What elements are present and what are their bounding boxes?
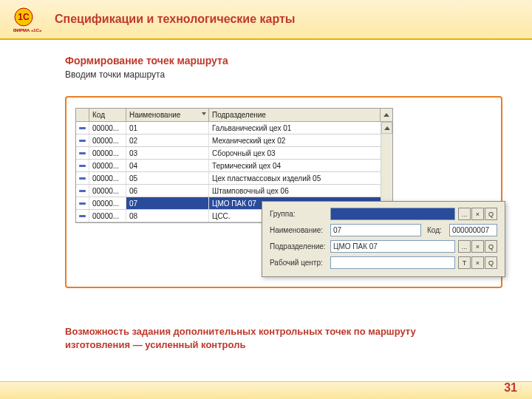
cell-code: 00000...: [89, 134, 126, 146]
input-name[interactable]: 07: [330, 224, 421, 236]
cell-dept: Механический цех 02: [209, 134, 392, 146]
row-handle-icon: [76, 210, 89, 222]
table-header: Код Наименование Подразделение: [76, 109, 392, 122]
group-clear-button[interactable]: ×: [471, 208, 484, 220]
page-number: 31: [504, 381, 517, 395]
label-center: Рабочий центр:: [270, 259, 330, 267]
row-handle-icon: [76, 172, 89, 184]
cell-code: 00000...: [89, 185, 126, 197]
label-code: Код:: [427, 226, 449, 234]
label-dept: Подразделение:: [270, 242, 330, 250]
center-lookup-button[interactable]: Q: [485, 256, 497, 269]
cell-name: 06: [126, 185, 209, 197]
cell-name: 07: [126, 197, 209, 209]
row-handle-icon: [76, 122, 89, 134]
sort-indicator-icon: [202, 112, 206, 115]
dept-clear-button[interactable]: ×: [471, 240, 484, 253]
label-name: Наименование:: [270, 226, 330, 234]
cell-code: 00000...: [89, 160, 126, 171]
cell-code: 00000...: [89, 122, 126, 134]
cell-name: 02: [126, 134, 209, 146]
table-row[interactable]: 00000...03Сборочный цех 03: [76, 147, 392, 160]
col-code[interactable]: Код: [89, 109, 126, 121]
page-title: Спецификации и технологические карты: [55, 13, 295, 26]
input-code[interactable]: 000000007: [449, 224, 497, 236]
cell-name: 08: [126, 210, 209, 222]
table-row[interactable]: 00000...04Термический цех 04: [76, 160, 392, 172]
dept-lookup-button[interactable]: Q: [485, 240, 497, 253]
col-name[interactable]: Наименование: [126, 109, 209, 121]
cell-code: 00000...: [89, 210, 126, 222]
row-handle-icon: [76, 197, 89, 209]
group-dots-button[interactable]: ...: [458, 208, 471, 220]
row-handle-icon: [76, 160, 89, 171]
cell-code: 00000...: [89, 172, 126, 184]
detail-form: Группа: ... × Q Наименование: 07 Код: 00…: [262, 201, 505, 277]
header-band: 1C ФИРМА «1С» Спецификации и технологиче…: [0, 0, 532, 40]
input-dept[interactable]: ЦМО ПАК 07: [330, 240, 455, 253]
label-group: Группа:: [270, 210, 330, 218]
row-handle-icon: [76, 134, 89, 146]
col-scroll-header: [381, 109, 392, 121]
cell-dept: Гальванический цех 01: [209, 122, 392, 134]
screenshot-panel: Код Наименование Подразделение 00000...0…: [65, 96, 502, 288]
cell-code: 00000...: [89, 147, 126, 159]
cell-name: 05: [126, 172, 209, 184]
cell-dept: Сборочный цех 03: [209, 147, 392, 159]
logo-1c: 1C ФИРМА «1С»: [9, 4, 46, 35]
center-t-button[interactable]: T: [458, 256, 471, 269]
cell-name: 03: [126, 147, 209, 159]
group-lookup-button[interactable]: Q: [485, 208, 497, 220]
cell-dept: Цех пластмассовых изделий 05: [209, 172, 392, 184]
input-group[interactable]: [330, 208, 455, 220]
row-handle-icon: [76, 147, 89, 159]
table-row[interactable]: 00000...06Штамповочный цех 06: [76, 185, 392, 197]
cell-name: 04: [126, 160, 209, 171]
section-text: Вводим точки маршрута: [65, 69, 502, 80]
table-row[interactable]: 00000...02Механический цех 02: [76, 134, 392, 147]
content-area: Формирование точек маршрута Вводим точки…: [65, 55, 502, 288]
cell-dept: Штамповочный цех 06: [209, 185, 392, 197]
cell-code: 00000...: [89, 197, 126, 209]
cell-dept: Термический цех 04: [209, 160, 392, 171]
table-row[interactable]: 00000...05Цех пластмассовых изделий 05: [76, 172, 392, 185]
row-handle-icon: [76, 185, 89, 197]
col-handle: [76, 109, 89, 121]
footer-band: [0, 381, 532, 399]
section-subtitle: Формирование точек маршрута: [65, 55, 502, 66]
dept-dots-button[interactable]: ...: [458, 240, 471, 253]
footer-note: Возможность задания дополнительных контр…: [65, 325, 464, 351]
center-clear-button[interactable]: ×: [471, 256, 484, 269]
col-dept[interactable]: Подразделение: [209, 109, 381, 121]
svg-text:1C: 1C: [18, 12, 30, 22]
cell-name: 01: [126, 122, 209, 134]
table-row[interactable]: 00000...01Гальванический цех 01: [76, 122, 392, 134]
scroll-up-button[interactable]: [381, 122, 392, 134]
input-center[interactable]: [330, 256, 455, 269]
